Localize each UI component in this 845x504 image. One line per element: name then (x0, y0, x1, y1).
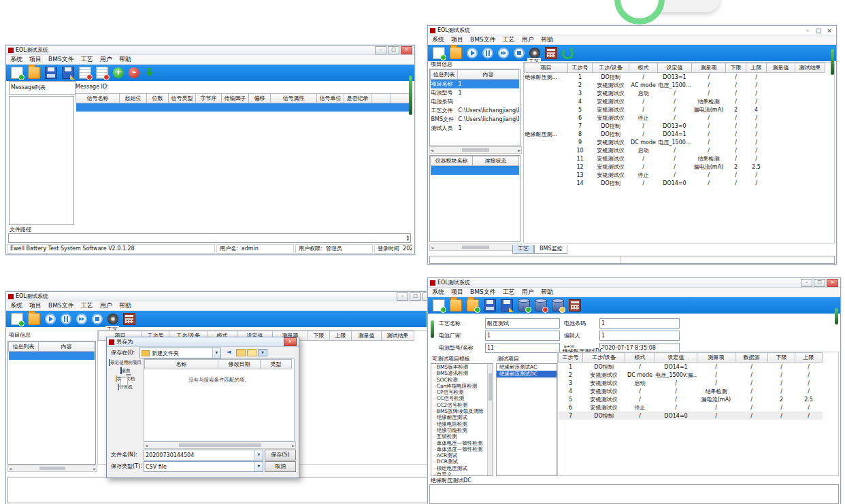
delete-table-icon[interactable] (96, 67, 108, 79)
template-item[interactable]: 绝缘耐压测试 (431, 414, 488, 420)
column-header[interactable]: 测量值 (767, 63, 795, 73)
new-file-icon[interactable] (11, 67, 23, 79)
menu-item[interactable]: 帮助 (541, 35, 553, 44)
fast-forward-icon[interactable] (498, 48, 509, 58)
db-edit-icon[interactable] (552, 299, 564, 312)
place-computer[interactable]: 计算机 (109, 385, 142, 390)
column-header[interactable]: 传输因子 (222, 94, 249, 103)
green-scroll-indicator[interactable] (835, 308, 838, 324)
table-row[interactable]: 项目名称1 (431, 80, 519, 89)
horizontal-scrollbar[interactable]: ◄► (7, 465, 97, 472)
table-row[interactable]: 4安规测试仪//结果检测/// (559, 387, 838, 395)
table-row[interactable]: 7DO控制/DO13=0/// (525, 122, 833, 130)
table-row[interactable]: 5安规测试仪//漏电流(mA)/22.5 (559, 395, 838, 403)
column-header[interactable]: 测量项 (697, 353, 735, 363)
column-header[interactable]: 起始位 (120, 94, 147, 103)
column-header[interactable]: 名称 (145, 360, 218, 369)
table-row[interactable]: 3安规测试仪启动//// (525, 89, 833, 97)
test-items-panel[interactable]: 绝缘耐压测试AC绝缘耐压测试DC (496, 363, 557, 476)
menu-item[interactable]: 帮助 (119, 301, 131, 310)
remove-circle-icon[interactable] (129, 67, 139, 78)
back-icon[interactable]: ◄ (224, 348, 233, 356)
stop-icon[interactable] (92, 314, 103, 324)
template-item[interactable]: BMS版本检测 (431, 364, 488, 370)
dialog-title-bar[interactable]: 另存为 × (107, 337, 299, 347)
filename-combobox[interactable]: 20200730144504 ▼ (144, 450, 263, 460)
menu-item[interactable]: 系统 (432, 35, 444, 44)
template-item[interactable]: CP信号检测 (431, 389, 488, 395)
column-header[interactable] (371, 94, 391, 103)
table-row[interactable] (76, 103, 411, 112)
column-header[interactable]: 工步/设备 (593, 63, 629, 73)
instrument-module-panel[interactable]: 仪器模块名称连接状态 (429, 155, 520, 242)
menu-item[interactable]: 项目 (451, 35, 463, 44)
tab-bms-monitor[interactable]: BMS监控 (534, 245, 567, 254)
column-header[interactable]: 上限 (330, 331, 352, 341)
table-row[interactable]: 测试人员1 (431, 124, 519, 133)
column-header[interactable]: 内容 (39, 342, 95, 352)
column-header[interactable]: 连接状态 (473, 156, 519, 166)
new-file-icon[interactable] (433, 299, 445, 312)
add-circle-icon[interactable] (113, 67, 124, 78)
table-row[interactable]: 13安规测试仪停止//// (525, 171, 833, 179)
column-header[interactable]: 字节序 (196, 94, 222, 103)
horizontal-scrollbar[interactable]: ◄► (144, 441, 296, 449)
refresh-icon[interactable] (562, 48, 574, 59)
new-file-icon[interactable] (11, 313, 23, 325)
title-bar[interactable]: EOL测试系统 – □ × (428, 278, 840, 288)
column-header[interactable]: 设定值 (655, 353, 697, 363)
column-header[interactable]: 测试结果 (382, 331, 414, 341)
db-delete-icon[interactable] (535, 299, 547, 312)
table-row[interactable] (9, 352, 95, 360)
template-item[interactable]: Can终端电阻检测 (431, 383, 488, 389)
table-row[interactable]: 2安规测试仪AC mode电压_1500.../// (525, 81, 833, 89)
menu-item[interactable]: 工艺 (503, 288, 515, 297)
menu-item[interactable]: 用户 (522, 35, 534, 44)
column-header[interactable]: 下限 (308, 331, 330, 341)
save-icon[interactable] (484, 299, 496, 312)
scroll-left-icon[interactable]: ◄ (431, 148, 433, 152)
template-item[interactable]: CC信号检测 (431, 395, 488, 401)
message-list-panel[interactable] (9, 96, 74, 225)
minimize-button[interactable]: – (803, 27, 812, 34)
calculator-icon[interactable] (569, 299, 581, 312)
open-folder-icon[interactable] (450, 299, 462, 312)
scroll-left-icon[interactable]: ◄ (145, 443, 148, 448)
menu-item[interactable]: BMS文件 (470, 288, 496, 297)
title-bar[interactable]: EOL测试系统 – □ × (428, 26, 836, 35)
scroll-down-icon[interactable]: ▼ (405, 237, 410, 242)
table-row[interactable]: 12安规测试仪//漏电流(mA)22.5 (525, 163, 833, 171)
calculator-icon[interactable] (123, 313, 135, 325)
dropdown-arrow-icon[interactable]: ▼ (254, 462, 263, 471)
column-header[interactable]: 模式 (625, 353, 655, 363)
minimize-button[interactable]: – (801, 279, 812, 287)
green-scroll-indicator[interactable] (409, 75, 412, 115)
menu-item[interactable]: 项目 (451, 288, 463, 297)
pause-icon[interactable] (482, 48, 493, 58)
column-header[interactable]: 工步/设备 (583, 353, 625, 363)
horizontal-scrollbar[interactable]: ◄► (429, 243, 522, 251)
table-row[interactable]: 绝缘耐压测...1DO控制/DO13=1/// (525, 73, 833, 82)
menu-item[interactable]: 帮助 (541, 288, 553, 297)
table-row[interactable]: BMS文件C:\Users\lichangjiang\Desktop\ (431, 115, 519, 124)
menu-item[interactable]: 帮助 (119, 55, 131, 64)
menu-item[interactable]: BMS文件 (470, 35, 496, 44)
process-name-field[interactable]: 耐压测试 (485, 318, 560, 329)
scroll-left-icon[interactable]: ◄ (9, 467, 12, 471)
calculator-icon[interactable] (545, 47, 557, 59)
menu-item[interactable]: 工艺 (81, 301, 93, 310)
table-row[interactable]: 4安规测试仪//结果检测// (525, 97, 833, 105)
menu-item[interactable]: BMS文件 (48, 301, 74, 310)
minimize-button[interactable]: – (397, 292, 408, 301)
tab-process[interactable]: 工艺 (512, 245, 534, 254)
fast-forward-icon[interactable] (76, 314, 87, 324)
column-header[interactable]: 是否记录 (344, 94, 371, 103)
scroll-thumb[interactable] (179, 443, 261, 447)
filetype-combobox[interactable]: CSV file ▼ (144, 461, 263, 472)
column-header[interactable]: 数据源 (735, 353, 768, 363)
menu-item[interactable]: 工艺 (81, 55, 93, 64)
green-scroll-indicator[interactable] (431, 320, 434, 338)
table-row[interactable] (431, 166, 519, 175)
column-header[interactable]: 测量值 (352, 331, 382, 341)
table-row[interactable]: 11安规测试仪//结果检测// (525, 154, 833, 163)
